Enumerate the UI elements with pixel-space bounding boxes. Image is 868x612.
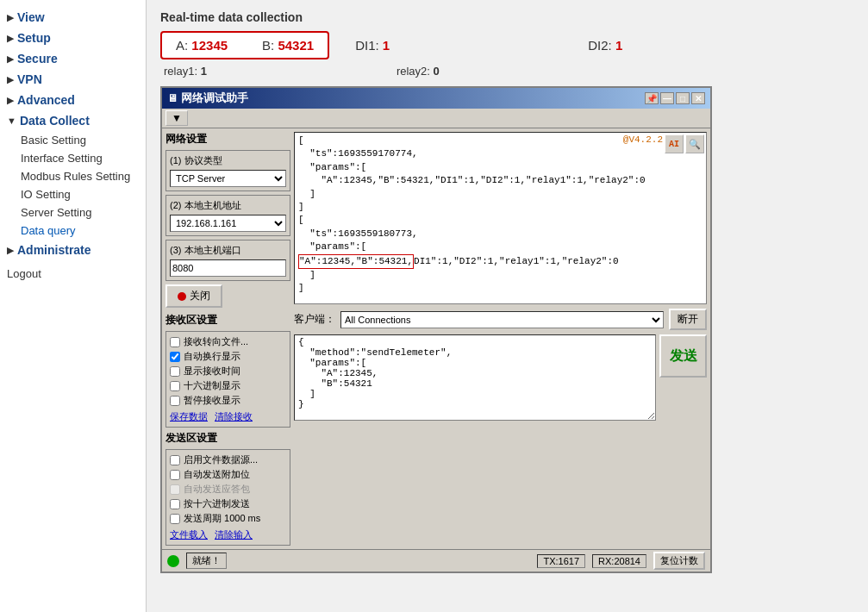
- port-title: (3) 本地主机端口: [170, 244, 286, 257]
- send-checkbox-1[interactable]: [170, 470, 180, 480]
- recv-link-row: 保存数据 清除接收: [170, 410, 286, 423]
- recv-checkbox-2[interactable]: [170, 366, 180, 377]
- di1-label: DI1: 1: [355, 38, 390, 53]
- disconnect-button[interactable]: 断开: [669, 309, 707, 330]
- sidebar-logout[interactable]: Logout: [0, 260, 146, 283]
- b-value-label: B: 54321: [262, 38, 314, 53]
- chevron-right-icon: ▶: [7, 33, 14, 44]
- sidebar-label-vpn: VPN: [17, 72, 42, 86]
- recv-check-0: 接收转向文件...: [170, 335, 286, 348]
- a-label: A:: [176, 38, 188, 53]
- clear-recv-link[interactable]: 清除接收: [215, 410, 253, 423]
- netdebug-window: 🖥 网络调试助手 📌 — □ ✕ ▼ 网络设置 (1) 协议类型: [160, 86, 712, 573]
- client-select[interactable]: All Connections: [340, 311, 664, 328]
- network-settings-title: 网络设置: [165, 132, 290, 147]
- titlebar-buttons: 📌 — □ ✕: [645, 92, 705, 104]
- client-label: 客户端：: [294, 312, 335, 327]
- sidebar-item-setup[interactable]: ▶ Setup: [0, 28, 146, 48]
- sidebar-sub-modbus-rules-setting[interactable]: Modbus Rules Setting: [0, 167, 146, 185]
- left-panel: 网络设置 (1) 协议类型 TCP Server (2) 本地主机地址 192.…: [165, 132, 290, 546]
- send-link-row: 文件载入 清除输入: [170, 528, 286, 541]
- netdebug-body: 网络设置 (1) 协议类型 TCP Server (2) 本地主机地址 192.…: [162, 128, 710, 549]
- send-btn-area: 发送: [659, 334, 707, 421]
- send-check-4: 发送周期 1000 ms: [170, 512, 286, 525]
- reset-count-button[interactable]: 复位计数: [653, 552, 705, 570]
- status-icon: [167, 555, 179, 567]
- recv-checkbox-4[interactable]: [170, 396, 180, 406]
- sidebar-sub-basic-setting[interactable]: Basic Setting: [0, 131, 146, 149]
- maximize-button[interactable]: □: [676, 92, 690, 104]
- close-button[interactable]: ✕: [691, 92, 705, 104]
- recv-toolbar: AI 🔍: [665, 134, 704, 153]
- recv-text: [ "ts":1693559170774, "params":[ "A":123…: [298, 134, 703, 296]
- chevron-right-icon: ▶: [7, 53, 14, 65]
- sidebar-sub-server-setting[interactable]: Server Setting: [0, 203, 146, 222]
- realtime-title: Real-time data collection: [160, 10, 854, 24]
- b-value: 54321: [278, 38, 314, 53]
- version-label: @V4.2.2: [623, 134, 663, 145]
- ai-icon-btn[interactable]: AI: [665, 134, 684, 153]
- recv-check-1: 自动换行显示: [170, 350, 286, 363]
- netdebug-menubar: ▼: [162, 109, 710, 128]
- send-button[interactable]: 发送: [659, 334, 707, 378]
- sidebar-item-vpn[interactable]: ▶ VPN: [0, 69, 146, 90]
- sidebar-item-view[interactable]: ▶ View: [0, 7, 146, 28]
- send-checkbox-0[interactable]: [170, 455, 180, 465]
- netdebug-window-icon: 🖥: [167, 92, 178, 104]
- send-check-1: 自动发送附加位: [170, 468, 286, 481]
- send-check-0: 启用文件数据源...: [170, 453, 286, 466]
- sidebar-item-secure[interactable]: ▶ Secure: [0, 48, 146, 69]
- close-connection-button[interactable]: 关闭: [165, 284, 222, 308]
- close-btn-label: 关闭: [190, 289, 210, 303]
- send-checkbox-4[interactable]: [170, 514, 180, 524]
- recv-checkbox-0[interactable]: [170, 337, 180, 347]
- di2-label: DI2: 1: [588, 38, 622, 53]
- save-data-link[interactable]: 保存数据: [170, 410, 208, 423]
- sidebar-item-advanced[interactable]: ▶ Advanced: [0, 90, 146, 110]
- chevron-down-icon: ▼: [7, 116, 16, 126]
- send-check-3: 按十六进制发送: [170, 497, 286, 510]
- minimize-button[interactable]: —: [660, 92, 674, 104]
- b-label: B:: [262, 38, 274, 53]
- netdebug-statusbar: 就绪！ TX:1617 RX:20814 复位计数: [162, 549, 710, 571]
- status-text: 就绪！: [186, 553, 227, 569]
- netdebug-titlebar: 🖥 网络调试助手 📌 — □ ✕: [162, 88, 710, 109]
- relay2-value: 0: [434, 65, 440, 78]
- clear-send-link[interactable]: 清除输入: [215, 528, 253, 541]
- port-input[interactable]: [170, 259, 286, 277]
- recv-area: @V4.2.2 AI 🔍 [ "ts":1693559170774, "para…: [294, 132, 707, 304]
- data-strip: A: 12345 B: 54321 DI1: 1 DI2: 1: [160, 31, 854, 59]
- protocol-group: (1) 协议类型 TCP Server: [165, 150, 290, 191]
- sidebar: ▶ View ▶ Setup ▶ Secure ▶ VPN ▶ Advanced…: [0, 0, 147, 612]
- send-check-2: 自动发送应答包: [170, 483, 286, 496]
- client-bar: 客户端： All Connections 断开: [294, 307, 707, 332]
- recv-check-2: 显示接收时间: [170, 365, 286, 378]
- ab-data-box: A: 12345 B: 54321: [160, 31, 329, 59]
- host-select[interactable]: 192.168.1.161: [170, 215, 286, 232]
- sidebar-label-data-collect: Data Collect: [20, 114, 90, 128]
- sidebar-label-setup: Setup: [17, 31, 51, 45]
- a-value-label: A: 12345: [176, 38, 228, 53]
- sidebar-sub-data-query[interactable]: Data query: [0, 222, 146, 240]
- recv-checkbox-3[interactable]: [170, 381, 180, 391]
- sidebar-sub-interface-setting[interactable]: Interface Setting: [0, 149, 146, 167]
- recv-check-3: 十六进制显示: [170, 379, 286, 392]
- send-textarea[interactable]: { "method":"sendTelemeter", "params":[ "…: [294, 334, 656, 421]
- red-dot-icon: [178, 292, 186, 301]
- sidebar-item-data-collect[interactable]: ▼ Data Collect: [0, 110, 146, 131]
- sidebar-sub-io-setting[interactable]: IO Setting: [0, 185, 146, 203]
- protocol-select[interactable]: TCP Server: [170, 170, 286, 187]
- relay1-value: 1: [201, 65, 207, 78]
- netdebug-title: 网络调试助手: [181, 91, 248, 106]
- pin-button[interactable]: 📌: [645, 92, 659, 104]
- menu-button[interactable]: ▼: [165, 110, 188, 126]
- sidebar-item-administrate[interactable]: ▶ Administrate: [0, 240, 146, 260]
- search-icon-btn[interactable]: 🔍: [685, 134, 704, 153]
- recv-checkbox-1[interactable]: [170, 352, 180, 362]
- recv-settings: 接收转向文件... 自动换行显示 显示接收时间 十六进制显示: [165, 331, 290, 428]
- recv-settings-title: 接收区设置: [165, 313, 290, 328]
- file-load-link[interactable]: 文件载入: [170, 528, 208, 541]
- send-checkbox-3[interactable]: [170, 499, 180, 509]
- chevron-right-icon: ▶: [7, 95, 14, 106]
- send-area-container: { "method":"sendTelemeter", "params":[ "…: [294, 334, 707, 421]
